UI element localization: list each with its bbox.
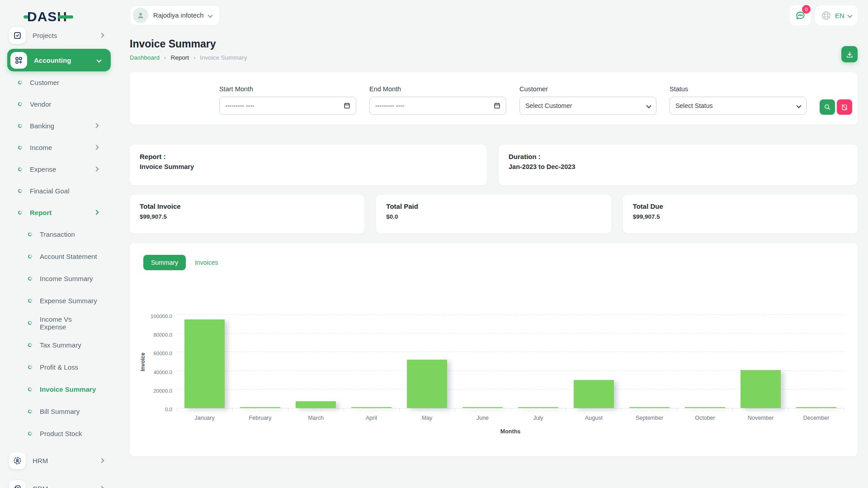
download-button[interactable]: [841, 46, 858, 62]
calendar-icon: [494, 102, 500, 109]
bar-column-september: [622, 315, 677, 408]
sidebar-item-hrm[interactable]: HRM: [0, 448, 116, 473]
sidebar-item-profit-loss[interactable]: Profit & Loss: [0, 356, 116, 378]
report-info-row: Report : Invoice Summary Duration : Jan-…: [130, 145, 858, 185]
start-month-field-group: Start Month --------- ----: [219, 85, 356, 115]
duration-label: Duration :: [509, 153, 848, 160]
sidebar-item-product-stock[interactable]: Product Stock: [0, 422, 116, 445]
sidebar-item-income-summary[interactable]: Income Summary: [0, 267, 116, 290]
chevron-down-icon: [96, 57, 101, 62]
report-card: Report : Invoice Summary: [130, 145, 487, 185]
bar-january: [184, 319, 225, 408]
chevron-right-icon: [99, 458, 104, 463]
bar-column-may: [399, 315, 455, 408]
bullet-icon: [18, 188, 23, 193]
sidebar-item-customer[interactable]: Customer: [0, 71, 116, 93]
messages-button[interactable]: 0: [790, 5, 811, 25]
status-field-group: Status Select Status: [670, 85, 807, 115]
bullet-icon: [18, 101, 23, 106]
x-tick: [232, 408, 288, 411]
gridline: [177, 314, 844, 315]
bullet-icon: [18, 210, 23, 215]
sidebar-item-transaction[interactable]: Transaction: [0, 223, 116, 245]
filter-buttons: [820, 99, 852, 115]
x-tick: [732, 408, 788, 411]
start-month-input[interactable]: --------- ----: [219, 97, 356, 115]
sidebar-item-expense[interactable]: Expense: [0, 158, 116, 180]
sidebar-item-account-statement[interactable]: Account Statement: [0, 245, 116, 267]
bar-july: [518, 407, 558, 408]
notification-badge: 0: [802, 5, 811, 14]
sidebar-item-vendor[interactable]: Vendor: [0, 93, 116, 115]
tab-summary[interactable]: Summary: [143, 255, 186, 270]
total-card-label: Total Invoice: [140, 202, 354, 210]
search-button[interactable]: [820, 99, 835, 115]
workspace-selector[interactable]: Rajodiya infotech: [130, 5, 220, 25]
language-code: EN: [835, 12, 844, 19]
bar-september: [629, 407, 670, 408]
tab-invoices[interactable]: Invoices: [195, 259, 218, 266]
bullet-icon: [18, 123, 23, 128]
chevron-down-icon: [796, 103, 801, 108]
hrm-icon: [9, 452, 26, 469]
language-selector[interactable]: EN: [815, 5, 858, 25]
app-logo: DASH: [0, 0, 116, 25]
bullet-icon: [28, 431, 33, 436]
start-month-placeholder: --------- ----: [225, 102, 255, 109]
sidebar-item-label: Product Stock: [40, 430, 98, 437]
workspace-name: Rajodiya infotech: [153, 12, 203, 19]
x-tick: [677, 408, 732, 411]
breadcrumb-dashboard[interactable]: Dashboard: [130, 54, 160, 61]
sidebar-item-expense-summary[interactable]: Expense Summary: [0, 290, 116, 312]
sidebar-item-report[interactable]: Report: [0, 202, 116, 223]
x-tick: [177, 408, 232, 411]
sidebar-item-label: Vendor: [30, 100, 98, 108]
page-title: Invoice Summary: [130, 38, 858, 50]
sidebar-item-banking[interactable]: Banking: [0, 115, 116, 136]
x-axis-tick-label: April: [344, 415, 399, 421]
breadcrumb-report[interactable]: Report: [170, 54, 189, 61]
duration-value: Jan-2023 to Dec-2023: [509, 163, 848, 170]
customer-selected-value: Select Customer: [525, 102, 572, 109]
sidebar-item-crm[interactable]: CRM: [0, 476, 116, 488]
bar-march: [296, 401, 336, 408]
y-axis-tick-label: 20000.0: [153, 388, 172, 394]
sidebar-menu: Projects Accounting CustomerVendorBankin…: [0, 25, 116, 488]
customer-select[interactable]: Select Customer: [519, 97, 656, 115]
y-axis-tick-label: 100000.0: [151, 314, 172, 319]
accounting-submenu: CustomerVendorBankingIncomeExpenseFinaci…: [0, 71, 116, 445]
sidebar-item-label: Projects: [33, 32, 100, 39]
end-month-input[interactable]: --------- ----: [369, 97, 506, 115]
chevron-right-icon: [99, 33, 104, 38]
sidebar-item-tax-summary[interactable]: Tax Summary: [0, 334, 116, 356]
sidebar-item-label: Invoice Summary: [40, 385, 98, 393]
sidebar-item-label: Profit & Loss: [40, 363, 98, 371]
total-card-label: Total Paid: [386, 202, 601, 210]
x-axis-tick-label: December: [788, 415, 844, 421]
chevron-down-icon: [847, 13, 852, 18]
sidebar-item-income[interactable]: Income: [0, 136, 116, 158]
x-tick: [788, 408, 844, 411]
chevron-right-icon: [94, 210, 99, 215]
y-axis-tick-label: 60000.0: [153, 351, 172, 356]
bullet-icon: [28, 276, 33, 281]
report-value: Invoice Summary: [140, 163, 477, 170]
sidebar-item-income-vs-expense[interactable]: Income Vs Expense: [0, 312, 116, 334]
total-card-value: $99,907.5: [633, 213, 848, 220]
sidebar-item-bill-summary[interactable]: Bill Summary: [0, 400, 116, 422]
sidebar-item-projects[interactable]: Projects: [0, 25, 116, 45]
total-card-value: $0.0: [386, 213, 601, 220]
bar-column-july: [510, 315, 566, 408]
globe-icon: [821, 10, 831, 21]
status-select[interactable]: Select Status: [670, 97, 807, 115]
x-tick: [455, 408, 510, 411]
sidebar-item-accounting[interactable]: Accounting: [7, 49, 111, 71]
customer-label: Customer: [519, 85, 656, 93]
sidebar-item-invoice-summary[interactable]: Invoice Summary: [0, 378, 116, 400]
reset-filter-button[interactable]: [837, 99, 852, 115]
bar-june: [462, 407, 503, 408]
chart-tabs: Summary Invoices: [143, 255, 844, 270]
sidebar-item-label: Income Summary: [40, 275, 98, 282]
sidebar-item-finacial-goal[interactable]: Finacial Goal: [0, 180, 116, 202]
bar-column-february: [232, 315, 288, 408]
